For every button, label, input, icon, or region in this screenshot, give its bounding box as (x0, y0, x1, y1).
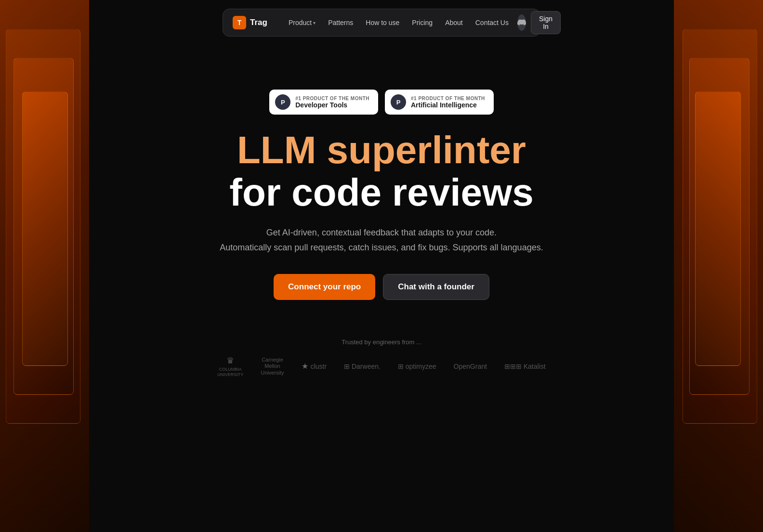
badge-text-dev: #1 PRODUCT OF THE MONTH Developer Tools (295, 96, 369, 109)
cta-row: Connect your repo Chat with a founder (274, 274, 489, 300)
headline-line2: for code reviews (229, 171, 533, 214)
discord-button[interactable] (517, 14, 526, 31)
trusted-katalist: ⊞⊞⊞ Katalist (504, 363, 546, 370)
headline: LLM superlinter for code reviews (229, 129, 533, 214)
chat-founder-button[interactable]: Chat with a founder (383, 274, 489, 300)
nav-product[interactable]: Product ▾ (284, 16, 320, 29)
logo-icon: T (233, 16, 246, 29)
trusted-darween: ⊞ Darween. (344, 363, 381, 370)
trusted-optimyzee: ⊞ optimyzee (398, 363, 436, 370)
hero-subtext: Get AI-driven, contextual feedback that … (220, 225, 543, 255)
badge-text-ai: #1 PRODUCT OF THE MONTH Artificial Intel… (411, 96, 485, 109)
connect-repo-button[interactable]: Connect your repo (274, 274, 375, 300)
nav-howtouse[interactable]: How to use (361, 16, 404, 29)
logo-letter: T (237, 19, 242, 26)
trusted-section: Trusted by engineers from ... ♛ COLUMBIA… (217, 338, 545, 377)
trusted-clustr: ★ clustr (302, 362, 327, 371)
subtext-line1: Get AI-driven, contextual feedback that … (220, 225, 543, 240)
badge-icon-ai: P (391, 94, 406, 110)
main-content: T Trag Product ▾ Patterns How to use Pri… (0, 0, 763, 387)
trusted-opengrant: OpenGrant (454, 363, 487, 370)
product-chevron-icon: ▾ (313, 20, 316, 26)
headline-line1: LLM superlinter (229, 129, 533, 171)
navbar: T Trag Product ▾ Patterns How to use Pri… (223, 9, 540, 37)
nav-about[interactable]: About (440, 16, 468, 29)
badge-icon-dev: P (275, 94, 290, 110)
trusted-carnegie: CarnegieMellonUniversity (261, 357, 284, 376)
nav-patterns[interactable]: Patterns (323, 16, 358, 29)
trusted-logos: ♛ COLUMBIAUNIVERSITY CarnegieMellonUnive… (217, 355, 545, 377)
nav-pricing[interactable]: Pricing (407, 16, 437, 29)
badge-developer-tools[interactable]: P #1 PRODUCT OF THE MONTH Developer Tool… (269, 90, 378, 115)
brand-logo[interactable]: T Trag (233, 16, 267, 29)
nav-contact[interactable]: Contact Us (471, 16, 513, 29)
columbia-crown-icon: ♛ (226, 355, 234, 366)
badges-row: P #1 PRODUCT OF THE MONTH Developer Tool… (269, 90, 493, 115)
signin-button[interactable]: Sign In (531, 11, 561, 34)
trusted-columbia: ♛ COLUMBIAUNIVERSITY (217, 355, 243, 377)
badge-ai[interactable]: P #1 PRODUCT OF THE MONTH Artificial Int… (385, 90, 494, 115)
subtext-line2: Automatically scan pull requests, catch … (220, 240, 543, 255)
trusted-label: Trusted by engineers from ... (342, 338, 421, 346)
brand-name: Trag (250, 18, 267, 27)
hero-section: P #1 PRODUCT OF THE MONTH Developer Tool… (217, 90, 545, 387)
